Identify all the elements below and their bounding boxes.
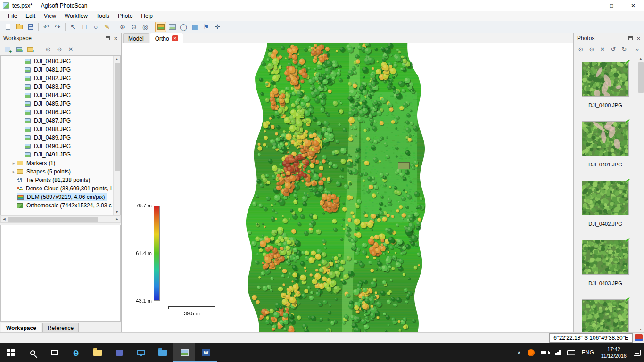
close-tab-icon[interactable]: ✕: [172, 35, 178, 41]
ortho-view-button[interactable]: [155, 22, 166, 32]
freeform-selection-button[interactable]: ✎: [101, 22, 113, 32]
redo-button[interactable]: ↷: [52, 22, 63, 32]
network-tray-button[interactable]: [552, 343, 564, 362]
antivirus-tray-button[interactable]: [524, 343, 538, 362]
tree-item-dem[interactable]: DEM (5897x9219, 4.06 cm/pix): [1, 193, 113, 201]
taskbar-search-button[interactable]: [22, 343, 43, 362]
tree-item-photo[interactable]: DJI_0484.JPG: [1, 91, 113, 99]
float-panel-button[interactable]: [104, 35, 112, 42]
tab-model[interactable]: Model: [123, 33, 149, 43]
tab-ortho[interactable]: Ortho✕: [150, 33, 183, 43]
keyboard-tray-button[interactable]: [564, 343, 578, 362]
scroll-left-icon[interactable]: ◀: [1, 216, 8, 222]
tree-item-photo[interactable]: DJI_0481.JPG: [1, 66, 113, 74]
tree-item-photo[interactable]: DJI_0482.JPG: [1, 74, 113, 82]
action-center-button[interactable]: [630, 343, 644, 362]
add-chunk-button[interactable]: [3, 45, 12, 54]
photo-thumbnail-item[interactable]: ✔: [574, 293, 637, 332]
photoscan-taskbar-button[interactable]: [173, 343, 195, 362]
remove-item-button[interactable]: ⊖: [55, 45, 64, 54]
clock[interactable]: 17:4211/12/2016: [597, 343, 630, 362]
menu-workflow[interactable]: Workflow: [60, 11, 92, 21]
menu-file[interactable]: File: [4, 11, 21, 21]
show-markers-button[interactable]: ⚑: [200, 22, 212, 32]
float-panel-button[interactable]: [627, 35, 635, 42]
expander-icon[interactable]: ▸: [10, 161, 17, 165]
scroll-up-icon[interactable]: ▲: [637, 55, 644, 62]
edge-taskbar-button[interactable]: e: [65, 343, 87, 362]
tree-item-photo[interactable]: DJI_0490.JPG: [1, 142, 113, 150]
tray-expand-button[interactable]: ∧: [514, 343, 524, 362]
tree-item-photo[interactable]: DJI_0486.JPG: [1, 108, 113, 116]
close-button[interactable]: ✕: [622, 0, 644, 11]
undo-button[interactable]: ↶: [41, 22, 52, 32]
photo-thumbnail-item[interactable]: ✔ DJI_0400.JPG: [574, 55, 637, 115]
scrollbar-thumb[interactable]: [8, 217, 98, 222]
tab-workspace[interactable]: Workspace: [1, 323, 41, 332]
tree-item-photo[interactable]: DJI_0491.JPG: [1, 150, 113, 159]
scroll-up-icon[interactable]: ▲: [114, 56, 120, 62]
tree-item-photo[interactable]: DJI_0488.JPG: [1, 125, 113, 133]
language-indicator[interactable]: ENG: [578, 343, 597, 362]
tree-item-photo[interactable]: DJI_0485.JPG: [1, 99, 113, 108]
zoom-in-button[interactable]: ⊕: [117, 22, 128, 32]
tree-item-photo[interactable]: DJI_0480.JPG: [1, 57, 113, 66]
tab-reference[interactable]: Reference: [42, 323, 79, 332]
battery-tray-button[interactable]: [538, 343, 552, 362]
save-project-button[interactable]: [25, 22, 36, 32]
status-tray-icon[interactable]: [635, 334, 643, 341]
maximize-button[interactable]: □: [601, 0, 622, 11]
rotate-right-button[interactable]: ↻: [619, 45, 629, 54]
navigation-button[interactable]: ✛: [212, 22, 223, 32]
delete-item-button[interactable]: ✕: [66, 45, 75, 54]
tree-item-orthomosaic[interactable]: Orthomosaic (7442x15324, 2.03 c: [1, 201, 113, 210]
workspace-vertical-scrollbar[interactable]: ▲ ▼: [113, 56, 120, 215]
word-taskbar-button[interactable]: W: [195, 343, 217, 362]
photo-thumbnail[interactable]: [582, 181, 628, 215]
photo-thumbnail[interactable]: [582, 62, 628, 96]
scrollbar-thumb[interactable]: [115, 63, 120, 171]
scrollbar-thumb[interactable]: [638, 62, 644, 93]
photo-thumbnail-item[interactable]: ✔ DJI_0401.JPG: [574, 115, 637, 174]
reset-view-button[interactable]: ◎: [140, 22, 151, 32]
app-button-2[interactable]: [152, 343, 173, 362]
menu-help[interactable]: Help: [137, 11, 157, 21]
toolbar-overflow-button[interactable]: »: [632, 45, 642, 54]
workspace-horizontal-scrollbar[interactable]: ◀ ▶: [0, 215, 121, 223]
dem-canvas[interactable]: [122, 43, 572, 332]
circle-selection-button[interactable]: ○: [90, 22, 101, 32]
new-project-button[interactable]: [2, 22, 14, 32]
disable-photo-button[interactable]: ⊘: [576, 45, 586, 54]
menu-tools[interactable]: Tools: [92, 11, 114, 21]
tree-item-photo[interactable]: DJI_0487.JPG: [1, 116, 113, 125]
close-panel-button[interactable]: ✕: [112, 35, 120, 42]
tree-item-photo[interactable]: DJI_0489.JPG: [1, 133, 113, 142]
rectangle-selection-button[interactable]: □: [79, 22, 90, 32]
minimize-button[interactable]: –: [579, 0, 601, 11]
scroll-down-icon[interactable]: ▼: [114, 208, 120, 215]
seamlines-button[interactable]: [166, 22, 178, 32]
tree-item-photo[interactable]: DJI_0483.JPG: [1, 82, 113, 91]
tree-item-tie-points[interactable]: Tie Points (81,238 points): [1, 176, 113, 184]
photo-thumbnail-item[interactable]: ✔ DJI_0402.JPG: [574, 174, 637, 233]
chat-app-button[interactable]: [108, 343, 130, 362]
zoom-out-button[interactable]: ⊖: [128, 22, 140, 32]
scroll-down-icon[interactable]: ▼: [637, 326, 644, 332]
disable-item-button[interactable]: ⊘: [43, 45, 53, 54]
photo-thumbnail[interactable]: [582, 300, 628, 332]
remove-photo-button[interactable]: ⊖: [587, 45, 596, 54]
rotate-left-button[interactable]: ↺: [609, 45, 618, 54]
menu-view[interactable]: View: [40, 11, 60, 21]
tree-item-markers[interactable]: ▸Markers (1): [1, 159, 113, 167]
start-button[interactable]: [0, 343, 22, 362]
photos-vertical-scrollbar[interactable]: ▲ ▼: [637, 55, 644, 332]
show-shapes-button[interactable]: ◯: [178, 22, 189, 32]
show-grid-button[interactable]: ▦: [189, 22, 200, 32]
select-tool-button[interactable]: ↖: [67, 22, 79, 32]
expander-icon[interactable]: ▸: [10, 169, 17, 174]
task-view-button[interactable]: [43, 343, 65, 362]
file-explorer-button[interactable]: [87, 343, 108, 362]
close-panel-button[interactable]: ✕: [635, 35, 643, 42]
add-folder-button[interactable]: [25, 45, 35, 54]
photo-thumbnail[interactable]: [582, 240, 628, 274]
